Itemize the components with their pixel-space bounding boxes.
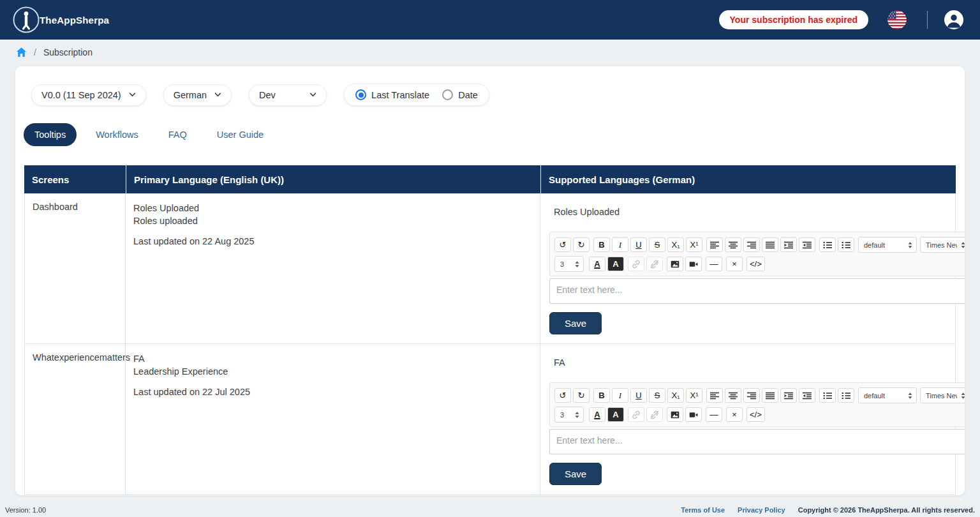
ordered-list-button[interactable] [838, 237, 854, 252]
unlink-icon [650, 410, 659, 419]
underline-button[interactable]: U [630, 388, 647, 403]
version-label: Version: 1.00 [5, 506, 46, 514]
horizontal-rule-button[interactable]: — [706, 407, 722, 422]
italic-button[interactable]: I [612, 388, 628, 403]
align-center-button[interactable] [725, 237, 741, 252]
unordered-list-button[interactable] [819, 388, 836, 403]
align-justify-button[interactable] [762, 237, 778, 252]
align-left-button[interactable] [706, 388, 723, 403]
radio-date[interactable]: Date [442, 89, 478, 100]
link-icon [632, 410, 641, 419]
align-right-button[interactable] [743, 237, 760, 252]
undo-button[interactable]: ↺ [554, 237, 571, 252]
version-select-value: V0.0 (11 Sep 2024) [41, 90, 121, 100]
subscript-button[interactable]: X₁ [667, 237, 684, 252]
version-select[interactable]: V0.0 (11 Sep 2024) [31, 84, 146, 106]
redo-button[interactable]: ↻ [573, 237, 590, 252]
radio-last-translate[interactable]: Last Translate [355, 89, 429, 100]
code-view-button[interactable]: </> [746, 407, 765, 422]
align-center-button[interactable] [725, 388, 741, 403]
strikethrough-button[interactable]: S [649, 388, 665, 403]
environment-select[interactable]: Dev [249, 84, 327, 106]
editor-toolbar: ↺↻BIUSX₁X¹defaultTimes New R3AA—×</> [549, 382, 965, 427]
save-button[interactable]: Save [549, 463, 602, 485]
remove-format-button[interactable]: × [726, 407, 743, 422]
table-row: Dashboard Roles Uploaded Roles uploaded … [25, 193, 955, 343]
redo-button[interactable]: ↻ [573, 388, 590, 403]
underline-button[interactable]: U [630, 237, 647, 252]
bold-button[interactable]: B [593, 237, 610, 252]
paragraph-style-select[interactable]: default [858, 387, 917, 403]
language-select[interactable]: German [163, 84, 232, 106]
insert-video-button[interactable] [685, 407, 702, 422]
superscript-button[interactable]: X¹ [686, 388, 702, 403]
tab-workflows[interactable]: Workflows [85, 123, 149, 146]
unordered-list-icon [823, 241, 832, 250]
tab-faq[interactable]: FAQ [158, 123, 198, 146]
insert-video-button[interactable] [685, 257, 702, 271]
tab-tooltips[interactable]: Tooltips [24, 123, 77, 146]
indent-button[interactable] [780, 237, 797, 252]
font-size-select[interactable]: 3 [554, 256, 584, 272]
unlink-icon [650, 260, 659, 269]
breadcrumb: / Subscription [0, 40, 980, 64]
strikethrough-button[interactable]: S [649, 237, 665, 252]
stepper-icon [961, 241, 965, 249]
align-justify-button[interactable] [762, 388, 778, 403]
code-view-button[interactable]: </> [746, 257, 765, 271]
environment-select-value: Dev [259, 90, 276, 100]
video-icon [689, 260, 698, 269]
align-left-button[interactable] [706, 237, 723, 252]
remove-format-button[interactable]: × [726, 257, 743, 271]
outdent-button[interactable] [799, 388, 815, 403]
primary-text-line: Leadership Experience [133, 365, 532, 378]
insert-link-button [628, 257, 644, 271]
translations-table: Screens Primary Language (English (UK)) … [24, 165, 956, 495]
filter-row: V0.0 (11 Sep 2024) German Dev Last Trans… [15, 66, 965, 106]
save-button[interactable]: Save [549, 312, 602, 334]
align-right-button[interactable] [743, 388, 760, 403]
insert-image-button[interactable] [667, 257, 683, 271]
language-flag-icon[interactable] [887, 10, 907, 29]
background-color-button[interactable]: A [607, 407, 624, 422]
column-header-supported: Supported Languages (German) [540, 165, 956, 193]
outdent-button[interactable] [799, 237, 815, 252]
terms-of-use-link[interactable]: Terms of Use [681, 506, 725, 514]
bold-button[interactable]: B [593, 388, 610, 403]
text-color-button[interactable]: A [589, 407, 605, 422]
home-icon[interactable] [16, 47, 27, 57]
unlink-button [646, 407, 663, 422]
italic-button[interactable]: I [612, 237, 628, 252]
undo-button[interactable]: ↺ [554, 388, 571, 403]
align-right-icon [747, 241, 756, 250]
indent-button[interactable] [780, 388, 797, 403]
brand-logo[interactable]: TheAppSherpa [11, 5, 109, 34]
tab-user-guide[interactable]: User Guide [206, 123, 274, 146]
text-color-button[interactable]: A [589, 257, 605, 271]
font-family-select-value: Times New R [926, 392, 957, 400]
translation-input[interactable] [549, 429, 965, 454]
ordered-list-button[interactable] [838, 388, 854, 403]
sort-radio-group: Last Translate Date [344, 84, 489, 106]
user-profile-icon[interactable] [944, 10, 963, 29]
breadcrumb-page[interactable]: Subscription [43, 47, 93, 57]
horizontal-rule-button[interactable]: — [706, 257, 722, 271]
superscript-button[interactable]: X¹ [686, 237, 702, 252]
font-family-select[interactable]: Times New R [920, 237, 965, 253]
last-updated-text: Last updated on 22 Jul 2025 [133, 386, 532, 398]
table-header-row: Screens Primary Language (English (UK)) … [24, 165, 956, 193]
privacy-policy-link[interactable]: Privacy Policy [738, 506, 785, 514]
translation-input[interactable] [549, 278, 965, 304]
font-size-select[interactable]: 3 [554, 407, 584, 423]
background-color-button[interactable]: A [607, 257, 624, 271]
unordered-list-button[interactable] [819, 237, 836, 252]
subscription-expired-badge[interactable]: Your subscription has expired [719, 10, 868, 29]
primary-language-cell: FA Leadership Experience Last updated on… [126, 344, 540, 494]
font-family-select[interactable]: Times New R [920, 387, 965, 403]
insert-image-button[interactable] [667, 407, 683, 422]
supported-language-cell: Roles Uploaded ↺↻BIUSX₁X¹defaultTimes Ne… [540, 193, 965, 343]
font-family-select-value: Times New R [926, 241, 957, 249]
subscript-button[interactable]: X₁ [667, 388, 684, 403]
ordered-list-icon [842, 391, 850, 400]
paragraph-style-select[interactable]: default [858, 237, 917, 253]
